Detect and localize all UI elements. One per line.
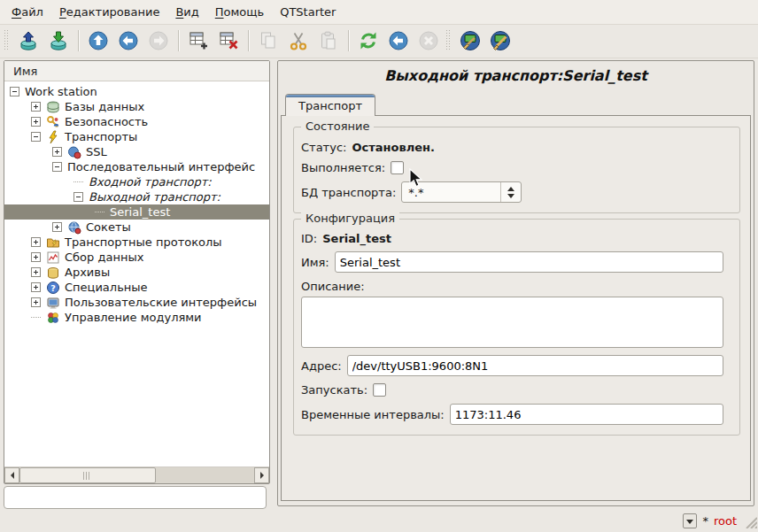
state-groupbox: Состояние Статус: Остановлен. Выполняетс…: [293, 127, 740, 213]
tree-item-work-station[interactable]: Work station: [4, 84, 269, 99]
expand-icon[interactable]: [31, 237, 41, 247]
menu-помощь[interactable]: Помощь: [207, 2, 272, 22]
spinner-arrows-icon[interactable]: [500, 182, 521, 202]
running-checkbox[interactable]: [391, 161, 404, 174]
address-label: Адрес:: [301, 359, 342, 373]
tree-item-сокеты[interactable]: Сокеты: [4, 220, 269, 235]
open-vision-button[interactable]: [485, 27, 515, 55]
start-periodic-update-button[interactable]: [383, 27, 414, 55]
expand-icon[interactable]: [52, 147, 62, 157]
scrollbar-thumb[interactable]: [19, 467, 156, 483]
tree-item-транспорты[interactable]: Транспорты: [4, 129, 269, 144]
paste-icon: [317, 29, 340, 52]
tree-item-label: Безопасность: [65, 115, 148, 128]
scrollbar-track[interactable]: [19, 467, 254, 483]
tree-item-последовательный-интерфейс[interactable]: Последовательный интерфейс: [4, 159, 269, 174]
go-back-button[interactable]: [113, 27, 143, 55]
cut-icon: [287, 29, 310, 52]
menubar: ФайлРедактированиеВидПомощьQTStarter: [0, 0, 758, 25]
status-value: Остановлен.: [352, 141, 434, 154]
tree-item-выходной-транспорт[interactable]: Выходной транспорт:: [4, 189, 269, 204]
tree-item-serial_test[interactable]: Serial_test: [4, 204, 269, 220]
menu-файл[interactable]: Файл: [4, 2, 51, 22]
scroll-left-button[interactable]: [4, 467, 19, 483]
menu-вид[interactable]: Вид: [167, 2, 206, 22]
add-item-button[interactable]: [183, 27, 213, 55]
open-configurator-button[interactable]: [455, 27, 485, 55]
config-group-legend: Конфигурация: [301, 212, 399, 225]
tree-item-ssl[interactable]: SSL: [4, 144, 269, 159]
transport-db-combobox[interactable]: *.*: [401, 181, 522, 203]
tree-item-архивы[interactable]: Архивы: [4, 265, 269, 280]
start-update-circle-icon: [387, 29, 410, 52]
tree-item-label: Базы данных: [65, 100, 144, 113]
go-up-button[interactable]: [83, 27, 113, 55]
cut-item-button[interactable]: [283, 27, 313, 55]
expand-icon[interactable]: [31, 102, 41, 112]
toolbar-handle[interactable]: [445, 30, 452, 51]
tree-view: Work stationБазы данныхБезопасностьТранс…: [4, 81, 269, 466]
table-add-icon: [187, 29, 210, 52]
tree-horizontal-scrollbar[interactable]: [4, 466, 269, 483]
page-title: Выходной транспорт:Serial_test: [278, 67, 754, 84]
toolbar: [0, 25, 758, 58]
tree-item-транспортные-протоколы[interactable]: Транспортные протоколы: [4, 235, 269, 250]
expand-icon[interactable]: [31, 267, 41, 277]
description-label: Описание:: [301, 280, 365, 293]
delete-item-button[interactable]: [213, 27, 244, 55]
address-input[interactable]: [347, 355, 723, 376]
menu-qtstarter[interactable]: QTStarter: [272, 2, 344, 22]
database-icon: [46, 100, 60, 114]
timings-input[interactable]: [450, 404, 723, 425]
tree-item-специальные[interactable]: ?Специальные: [4, 280, 269, 295]
svg-text:?: ?: [50, 282, 56, 292]
tree-item-label: Входной транспорт:: [89, 175, 212, 189]
expand-icon[interactable]: [31, 297, 41, 307]
expand-icon[interactable]: [31, 282, 41, 292]
tree-search-input[interactable]: [4, 486, 267, 509]
tab-transport[interactable]: Транспорт: [285, 94, 375, 116]
statusbar-dropdown-button[interactable]: [683, 513, 697, 528]
tree-item-label: Пользовательские интерфейсы: [65, 296, 257, 309]
collapse-icon[interactable]: [10, 87, 19, 96]
vision-icon: [489, 29, 512, 52]
db-save-icon: [47, 29, 70, 52]
scroll-right-icon: [260, 472, 264, 479]
menu-редактирование[interactable]: Редактирование: [51, 2, 167, 22]
collapse-icon[interactable]: [73, 192, 83, 202]
chevron-down-icon: [686, 520, 693, 524]
save-to-db-button[interactable]: [43, 27, 73, 55]
tree-item-базы-данных[interactable]: Базы данных: [4, 99, 269, 114]
tree-item-безопасность[interactable]: Безопасность: [4, 114, 269, 129]
tree-item-управление-модулями[interactable]: Управление модулями: [4, 310, 269, 325]
tree-item-сбор-данных[interactable]: Сбор данных: [4, 250, 269, 265]
autostart-label: Запускать:: [301, 383, 367, 397]
tree-column-header[interactable]: Имя: [4, 61, 269, 81]
tree-item-label: Сокеты: [86, 220, 131, 234]
resize-grip-icon[interactable]: [744, 515, 757, 531]
name-input[interactable]: [335, 251, 723, 273]
expand-icon[interactable]: [31, 117, 41, 127]
collapse-icon[interactable]: [52, 162, 62, 172]
id-label: ID:: [301, 232, 317, 245]
toolbar-separator: [348, 30, 349, 51]
tree-item-пользовательские-интерфейсы[interactable]: Пользовательские интерфейсы: [4, 295, 269, 310]
transport-db-label: БД транспорта:: [301, 186, 396, 199]
description-textarea[interactable]: [301, 297, 723, 348]
tree-item-входной-транспорт[interactable]: Входной транспорт:: [4, 174, 269, 189]
load-from-db-button[interactable]: [13, 27, 43, 55]
refresh-button[interactable]: [353, 27, 383, 55]
tree-item-label: Work station: [25, 85, 97, 98]
transport-db-value: *.*: [402, 186, 500, 199]
refresh-icon: [357, 29, 380, 52]
expand-icon[interactable]: [31, 252, 41, 262]
expand-icon[interactable]: [52, 222, 62, 232]
archive-icon: [46, 266, 60, 280]
scroll-right-button[interactable]: [254, 467, 269, 483]
tree-item-label: Последовательный интерфейс: [67, 160, 255, 173]
tree-item-label: Выходной транспорт:: [89, 190, 220, 204]
toolbar-handle[interactable]: [4, 30, 10, 51]
current-user-label: root: [714, 514, 737, 528]
collapse-icon[interactable]: [31, 132, 41, 142]
autostart-checkbox[interactable]: [373, 383, 386, 397]
